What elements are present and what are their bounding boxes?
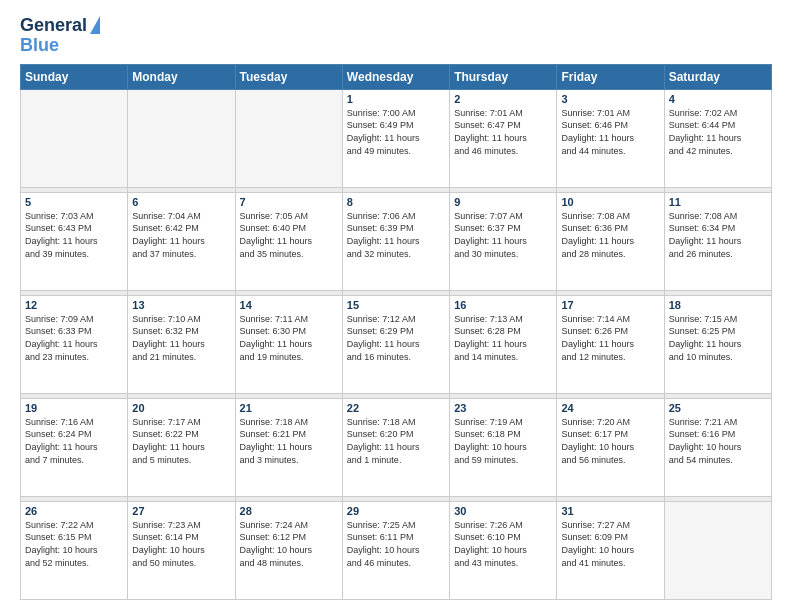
cell-info: Sunrise: 7:14 AM Sunset: 6:26 PM Dayligh… bbox=[561, 313, 659, 363]
cell-info: Sunrise: 7:09 AM Sunset: 6:33 PM Dayligh… bbox=[25, 313, 123, 363]
date-number: 26 bbox=[25, 505, 123, 517]
weekday-header: Saturday bbox=[664, 64, 771, 89]
date-number: 21 bbox=[240, 402, 338, 414]
date-number: 1 bbox=[347, 93, 445, 105]
date-number: 13 bbox=[132, 299, 230, 311]
calendar-cell: 1Sunrise: 7:00 AM Sunset: 6:49 PM Daylig… bbox=[342, 89, 449, 187]
date-number: 22 bbox=[347, 402, 445, 414]
date-number: 6 bbox=[132, 196, 230, 208]
cell-info: Sunrise: 7:01 AM Sunset: 6:46 PM Dayligh… bbox=[561, 107, 659, 157]
weekday-header: Thursday bbox=[450, 64, 557, 89]
weekday-header: Sunday bbox=[21, 64, 128, 89]
cell-info: Sunrise: 7:00 AM Sunset: 6:49 PM Dayligh… bbox=[347, 107, 445, 157]
calendar-cell bbox=[664, 501, 771, 599]
date-number: 8 bbox=[347, 196, 445, 208]
calendar-cell: 9Sunrise: 7:07 AM Sunset: 6:37 PM Daylig… bbox=[450, 192, 557, 290]
cell-info: Sunrise: 7:26 AM Sunset: 6:10 PM Dayligh… bbox=[454, 519, 552, 569]
page: General Blue SundayMondayTuesdayWednesda… bbox=[0, 0, 792, 612]
calendar-cell: 17Sunrise: 7:14 AM Sunset: 6:26 PM Dayli… bbox=[557, 295, 664, 393]
date-number: 2 bbox=[454, 93, 552, 105]
calendar-week-row: 12Sunrise: 7:09 AM Sunset: 6:33 PM Dayli… bbox=[21, 295, 772, 393]
calendar-cell: 21Sunrise: 7:18 AM Sunset: 6:21 PM Dayli… bbox=[235, 398, 342, 496]
date-number: 14 bbox=[240, 299, 338, 311]
calendar-cell: 31Sunrise: 7:27 AM Sunset: 6:09 PM Dayli… bbox=[557, 501, 664, 599]
date-number: 28 bbox=[240, 505, 338, 517]
cell-info: Sunrise: 7:19 AM Sunset: 6:18 PM Dayligh… bbox=[454, 416, 552, 466]
cell-info: Sunrise: 7:08 AM Sunset: 6:34 PM Dayligh… bbox=[669, 210, 767, 260]
date-number: 27 bbox=[132, 505, 230, 517]
calendar-cell: 27Sunrise: 7:23 AM Sunset: 6:14 PM Dayli… bbox=[128, 501, 235, 599]
date-number: 15 bbox=[347, 299, 445, 311]
weekday-header: Friday bbox=[557, 64, 664, 89]
weekday-header: Tuesday bbox=[235, 64, 342, 89]
cell-info: Sunrise: 7:12 AM Sunset: 6:29 PM Dayligh… bbox=[347, 313, 445, 363]
date-number: 18 bbox=[669, 299, 767, 311]
cell-info: Sunrise: 7:03 AM Sunset: 6:43 PM Dayligh… bbox=[25, 210, 123, 260]
date-number: 10 bbox=[561, 196, 659, 208]
cell-info: Sunrise: 7:08 AM Sunset: 6:36 PM Dayligh… bbox=[561, 210, 659, 260]
calendar-cell: 19Sunrise: 7:16 AM Sunset: 6:24 PM Dayli… bbox=[21, 398, 128, 496]
calendar-cell: 10Sunrise: 7:08 AM Sunset: 6:36 PM Dayli… bbox=[557, 192, 664, 290]
calendar-cell: 11Sunrise: 7:08 AM Sunset: 6:34 PM Dayli… bbox=[664, 192, 771, 290]
logo-text-blue: Blue bbox=[20, 36, 59, 56]
calendar-cell bbox=[128, 89, 235, 187]
cell-info: Sunrise: 7:24 AM Sunset: 6:12 PM Dayligh… bbox=[240, 519, 338, 569]
date-number: 12 bbox=[25, 299, 123, 311]
weekday-header: Wednesday bbox=[342, 64, 449, 89]
cell-info: Sunrise: 7:01 AM Sunset: 6:47 PM Dayligh… bbox=[454, 107, 552, 157]
cell-info: Sunrise: 7:17 AM Sunset: 6:22 PM Dayligh… bbox=[132, 416, 230, 466]
calendar-cell: 22Sunrise: 7:18 AM Sunset: 6:20 PM Dayli… bbox=[342, 398, 449, 496]
calendar-cell: 26Sunrise: 7:22 AM Sunset: 6:15 PM Dayli… bbox=[21, 501, 128, 599]
calendar-cell: 12Sunrise: 7:09 AM Sunset: 6:33 PM Dayli… bbox=[21, 295, 128, 393]
date-number: 17 bbox=[561, 299, 659, 311]
cell-info: Sunrise: 7:06 AM Sunset: 6:39 PM Dayligh… bbox=[347, 210, 445, 260]
date-number: 7 bbox=[240, 196, 338, 208]
calendar-cell: 28Sunrise: 7:24 AM Sunset: 6:12 PM Dayli… bbox=[235, 501, 342, 599]
calendar-table: SundayMondayTuesdayWednesdayThursdayFrid… bbox=[20, 64, 772, 600]
cell-info: Sunrise: 7:02 AM Sunset: 6:44 PM Dayligh… bbox=[669, 107, 767, 157]
cell-info: Sunrise: 7:10 AM Sunset: 6:32 PM Dayligh… bbox=[132, 313, 230, 363]
date-number: 23 bbox=[454, 402, 552, 414]
cell-info: Sunrise: 7:22 AM Sunset: 6:15 PM Dayligh… bbox=[25, 519, 123, 569]
cell-info: Sunrise: 7:15 AM Sunset: 6:25 PM Dayligh… bbox=[669, 313, 767, 363]
calendar-cell: 15Sunrise: 7:12 AM Sunset: 6:29 PM Dayli… bbox=[342, 295, 449, 393]
cell-info: Sunrise: 7:16 AM Sunset: 6:24 PM Dayligh… bbox=[25, 416, 123, 466]
date-number: 16 bbox=[454, 299, 552, 311]
calendar-cell: 30Sunrise: 7:26 AM Sunset: 6:10 PM Dayli… bbox=[450, 501, 557, 599]
cell-info: Sunrise: 7:27 AM Sunset: 6:09 PM Dayligh… bbox=[561, 519, 659, 569]
date-number: 30 bbox=[454, 505, 552, 517]
date-number: 11 bbox=[669, 196, 767, 208]
cell-info: Sunrise: 7:25 AM Sunset: 6:11 PM Dayligh… bbox=[347, 519, 445, 569]
calendar-cell: 18Sunrise: 7:15 AM Sunset: 6:25 PM Dayli… bbox=[664, 295, 771, 393]
calendar-cell: 2Sunrise: 7:01 AM Sunset: 6:47 PM Daylig… bbox=[450, 89, 557, 187]
date-number: 20 bbox=[132, 402, 230, 414]
logo-triangle-icon bbox=[90, 16, 100, 34]
cell-info: Sunrise: 7:04 AM Sunset: 6:42 PM Dayligh… bbox=[132, 210, 230, 260]
calendar-week-row: 5Sunrise: 7:03 AM Sunset: 6:43 PM Daylig… bbox=[21, 192, 772, 290]
calendar-cell: 5Sunrise: 7:03 AM Sunset: 6:43 PM Daylig… bbox=[21, 192, 128, 290]
calendar-cell: 4Sunrise: 7:02 AM Sunset: 6:44 PM Daylig… bbox=[664, 89, 771, 187]
date-number: 9 bbox=[454, 196, 552, 208]
date-number: 19 bbox=[25, 402, 123, 414]
cell-info: Sunrise: 7:11 AM Sunset: 6:30 PM Dayligh… bbox=[240, 313, 338, 363]
calendar-week-row: 1Sunrise: 7:00 AM Sunset: 6:49 PM Daylig… bbox=[21, 89, 772, 187]
calendar-cell bbox=[235, 89, 342, 187]
calendar-cell: 3Sunrise: 7:01 AM Sunset: 6:46 PM Daylig… bbox=[557, 89, 664, 187]
calendar-cell: 20Sunrise: 7:17 AM Sunset: 6:22 PM Dayli… bbox=[128, 398, 235, 496]
calendar-cell: 23Sunrise: 7:19 AM Sunset: 6:18 PM Dayli… bbox=[450, 398, 557, 496]
calendar-week-row: 19Sunrise: 7:16 AM Sunset: 6:24 PM Dayli… bbox=[21, 398, 772, 496]
calendar-cell: 13Sunrise: 7:10 AM Sunset: 6:32 PM Dayli… bbox=[128, 295, 235, 393]
calendar-cell: 14Sunrise: 7:11 AM Sunset: 6:30 PM Dayli… bbox=[235, 295, 342, 393]
calendar-cell: 25Sunrise: 7:21 AM Sunset: 6:16 PM Dayli… bbox=[664, 398, 771, 496]
date-number: 4 bbox=[669, 93, 767, 105]
calendar-cell: 16Sunrise: 7:13 AM Sunset: 6:28 PM Dayli… bbox=[450, 295, 557, 393]
logo: General Blue bbox=[20, 16, 100, 56]
date-number: 31 bbox=[561, 505, 659, 517]
calendar-cell: 7Sunrise: 7:05 AM Sunset: 6:40 PM Daylig… bbox=[235, 192, 342, 290]
weekday-header: Monday bbox=[128, 64, 235, 89]
calendar-week-row: 26Sunrise: 7:22 AM Sunset: 6:15 PM Dayli… bbox=[21, 501, 772, 599]
date-number: 25 bbox=[669, 402, 767, 414]
date-number: 24 bbox=[561, 402, 659, 414]
date-number: 5 bbox=[25, 196, 123, 208]
cell-info: Sunrise: 7:13 AM Sunset: 6:28 PM Dayligh… bbox=[454, 313, 552, 363]
